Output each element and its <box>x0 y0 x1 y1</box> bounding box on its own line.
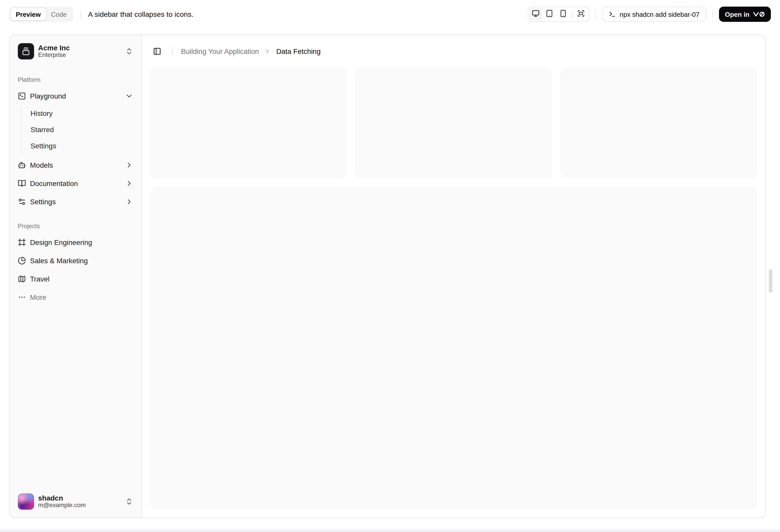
placeholder-card <box>355 67 552 178</box>
platform-menu: Playground History Starred <box>14 88 137 210</box>
panel-left-icon <box>153 47 161 55</box>
v0-logo-icon <box>753 11 765 17</box>
placeholder-row <box>150 67 757 178</box>
team-name: Acme Inc <box>38 44 70 52</box>
sidebar-item-label: Models <box>30 161 53 169</box>
sidebar-item-sales-marketing[interactable]: Sales & Marketing <box>14 253 137 269</box>
block-preview-page: Preview Code A sidebar that collapses to… <box>0 0 780 532</box>
sidebar-toggle-button[interactable] <box>150 44 164 58</box>
sidebar-item-label: Sales & Marketing <box>30 257 88 265</box>
menu-block-playground: Playground History Starred <box>14 88 137 155</box>
chevron-down-icon <box>125 92 133 100</box>
gallery-vertical-end-icon <box>22 47 30 55</box>
breadcrumb: Building Your Application Data Fetching <box>181 47 321 55</box>
toolbar-right: npx shadcn add sidebar-07 Open in <box>528 7 771 22</box>
pie-chart-icon <box>18 257 26 265</box>
sidebar-item-models[interactable]: Models <box>14 157 137 173</box>
placeholder-card <box>560 67 757 178</box>
next-section-edge <box>0 529 780 532</box>
sidebar-item-settings[interactable]: Settings <box>14 194 137 210</box>
sidebar-item-playground[interactable]: Playground <box>14 88 137 104</box>
team-switcher-button[interactable]: Acme Inc Enterprise <box>14 39 137 63</box>
smartphone-icon <box>559 9 567 19</box>
toolbar: Preview Code A sidebar that collapses to… <box>0 0 780 29</box>
header-separator <box>173 47 173 55</box>
sidebar-subitem-label: Starred <box>31 125 54 134</box>
sidebar-item-documentation[interactable]: Documentation <box>14 175 137 192</box>
tablet-view-button[interactable] <box>543 8 556 20</box>
device-toggle-group <box>528 7 589 22</box>
tab-code[interactable]: Code <box>46 8 72 20</box>
bot-icon <box>18 161 26 169</box>
chevron-right-icon <box>125 179 133 188</box>
view-toggle-group: Preview Code <box>9 7 73 22</box>
frame-icon <box>18 238 26 247</box>
open-in-v0-button[interactable]: Open in <box>719 7 771 22</box>
group-label-projects: Projects <box>14 218 137 234</box>
sidebar-subitem-history[interactable]: History <box>27 105 137 121</box>
user-menu-button[interactable]: shadcn m@example.com <box>14 489 137 514</box>
ellipsis-icon <box>18 293 26 301</box>
sidebar-item-design-engineering[interactable]: Design Engineering <box>14 234 137 251</box>
mobile-view-button[interactable] <box>557 8 570 20</box>
sidebar-subitem-starred[interactable]: Starred <box>27 121 137 138</box>
main-header: Building Your Application Data Fetching <box>142 35 765 67</box>
main-content <box>142 67 765 518</box>
fullscreen-button[interactable] <box>575 8 588 20</box>
sidebar-item-more[interactable]: More <box>14 289 137 305</box>
install-command-button[interactable]: npx shadcn add sidebar-07 <box>602 7 706 22</box>
device-group-separator <box>572 10 573 18</box>
toolbar-separator <box>595 10 596 18</box>
chevrons-up-down-icon <box>125 47 133 55</box>
book-open-icon <box>18 179 26 188</box>
preview-card: Acme Inc Enterprise Platform Playground <box>9 35 766 518</box>
user-avatar <box>18 493 34 510</box>
placeholder-card <box>150 67 347 178</box>
main-area: Building Your Application Data Fetching <box>142 35 765 518</box>
user-info: shadcn m@example.com <box>38 494 86 509</box>
sidebar-item-label: More <box>30 293 46 301</box>
block-title: A sidebar that collapses to icons. <box>88 10 193 18</box>
toolbar-separator <box>712 10 713 18</box>
sidebar-item-label: Travel <box>30 275 50 283</box>
map-icon <box>18 275 26 283</box>
sidebar-subitem-settings[interactable]: Settings <box>27 138 137 154</box>
chevrons-up-down-icon <box>125 497 133 506</box>
breadcrumb-current-page: Data Fetching <box>276 47 321 55</box>
sidebar-group-platform: Platform Playground History <box>10 67 141 214</box>
group-label-platform: Platform <box>14 72 137 88</box>
chevron-right-icon <box>125 161 133 169</box>
team-plan: Enterprise <box>38 52 70 59</box>
fullscreen-icon <box>577 9 585 19</box>
sliders-icon <box>18 198 26 206</box>
app-sidebar: Acme Inc Enterprise Platform Playground <box>10 35 142 518</box>
terminal-icon <box>608 11 616 18</box>
team-info: Acme Inc Enterprise <box>38 44 70 59</box>
chevron-right-icon <box>125 198 133 206</box>
breadcrumb-link-section[interactable]: Building Your Application <box>181 47 259 55</box>
sidebar-content: Platform Playground History <box>10 67 141 485</box>
placeholder-panel <box>150 187 757 510</box>
desktop-view-button[interactable] <box>529 8 542 20</box>
sidebar-item-label: Settings <box>30 198 56 206</box>
tab-preview[interactable]: Preview <box>11 8 46 20</box>
sidebar-header: Acme Inc Enterprise <box>10 35 141 67</box>
open-in-label: Open in <box>725 10 749 18</box>
toolbar-separator <box>80 10 81 18</box>
page-scrollbar-thumb[interactable] <box>769 269 772 293</box>
sidebar-subitem-label: Settings <box>31 142 56 150</box>
sidebar-subitem-label: History <box>31 109 53 117</box>
chevron-right-icon <box>264 48 271 55</box>
user-name: shadcn <box>38 494 86 502</box>
install-command-text: npx shadcn add sidebar-07 <box>620 10 700 18</box>
user-email: m@example.com <box>38 502 86 509</box>
sidebar-item-label: Playground <box>30 92 66 100</box>
projects-menu: Design Engineering Sales & Marketing Tra… <box>14 234 137 305</box>
sidebar-item-travel[interactable]: Travel <box>14 271 137 287</box>
square-terminal-icon <box>18 92 26 100</box>
playground-submenu: History Starred Settings <box>21 105 137 154</box>
monitor-icon <box>532 9 540 19</box>
sidebar-item-label: Documentation <box>30 179 78 188</box>
sidebar-item-label: Design Engineering <box>30 238 92 247</box>
team-logo <box>18 43 34 59</box>
